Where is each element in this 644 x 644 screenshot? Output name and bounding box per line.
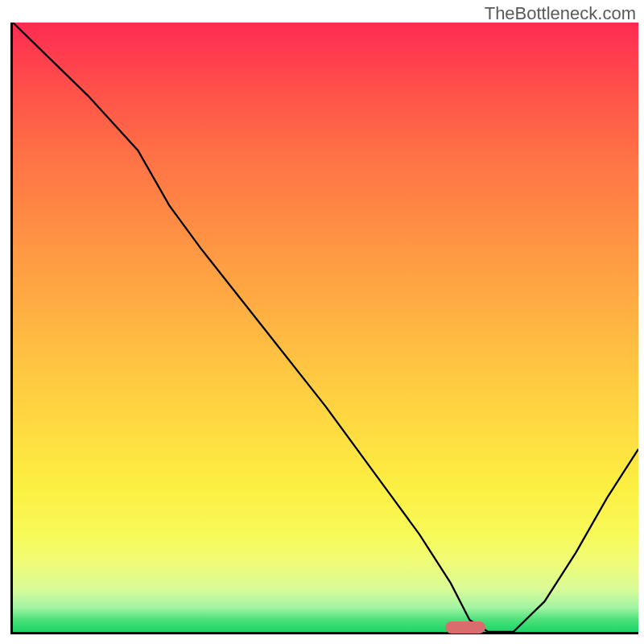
plot-area	[10, 23, 638, 634]
optimal-marker	[445, 621, 485, 634]
bottleneck-curve-path	[13, 23, 638, 632]
curve-svg	[13, 23, 638, 632]
watermark-text: TheBottleneck.com	[485, 3, 636, 24]
chart-container: TheBottleneck.com	[0, 0, 644, 644]
